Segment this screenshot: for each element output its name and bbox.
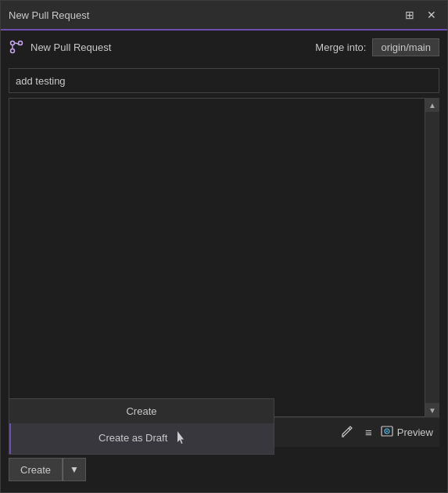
hash-icon[interactable]: ≡ bbox=[362, 424, 375, 441]
create-button[interactable]: Create bbox=[9, 458, 63, 481]
svg-point-7 bbox=[386, 430, 388, 432]
cursor-icon bbox=[175, 430, 186, 448]
actions-row: Create ▼ bbox=[9, 452, 439, 484]
svg-point-1 bbox=[11, 49, 15, 53]
edit-icon[interactable] bbox=[337, 423, 357, 443]
merge-into-label: Merge into: bbox=[315, 41, 366, 53]
menu-item-create-as-draft[interactable]: Create as Draft bbox=[9, 423, 274, 454]
description-area: ▲ ▼ bbox=[9, 98, 439, 417]
new-pull-request-window: New Pull Request ⊞ ✕ New Pull Request Me… bbox=[0, 0, 448, 493]
scroll-up-arrow[interactable]: ▲ bbox=[425, 98, 439, 112]
title-bar-controls: ⊞ ✕ bbox=[402, 8, 439, 22]
window-title: New Pull Request bbox=[9, 9, 402, 21]
toolbar-title: New Pull Request bbox=[30, 41, 111, 53]
pr-description-textarea[interactable] bbox=[9, 98, 425, 417]
menu-item-create[interactable]: Create bbox=[9, 399, 274, 423]
scroll-down-arrow[interactable]: ▼ bbox=[425, 403, 439, 417]
pin-button[interactable]: ⊞ bbox=[402, 8, 418, 22]
merge-into-value[interactable]: origin/main bbox=[372, 38, 439, 56]
pr-title-input[interactable] bbox=[9, 68, 439, 93]
preview-icon bbox=[380, 424, 394, 441]
preview-button[interactable]: Preview bbox=[380, 424, 433, 441]
scrollbar-track[interactable]: ▲ ▼ bbox=[425, 98, 439, 417]
pr-icon bbox=[9, 39, 24, 55]
close-button[interactable]: ✕ bbox=[424, 8, 439, 22]
scrollbar-thumb-area[interactable] bbox=[425, 112, 439, 403]
toolbar: New Pull Request Merge into: origin/main bbox=[1, 31, 447, 63]
preview-label: Preview bbox=[397, 426, 433, 438]
dropdown-menu: Create Create as Draft bbox=[9, 398, 274, 455]
svg-point-0 bbox=[11, 41, 15, 45]
content-area: ▲ ▼ ≡ bbox=[1, 63, 447, 492]
title-bar: New Pull Request ⊞ ✕ bbox=[1, 1, 447, 31]
dropdown-arrow-button[interactable]: ▼ bbox=[63, 458, 86, 481]
